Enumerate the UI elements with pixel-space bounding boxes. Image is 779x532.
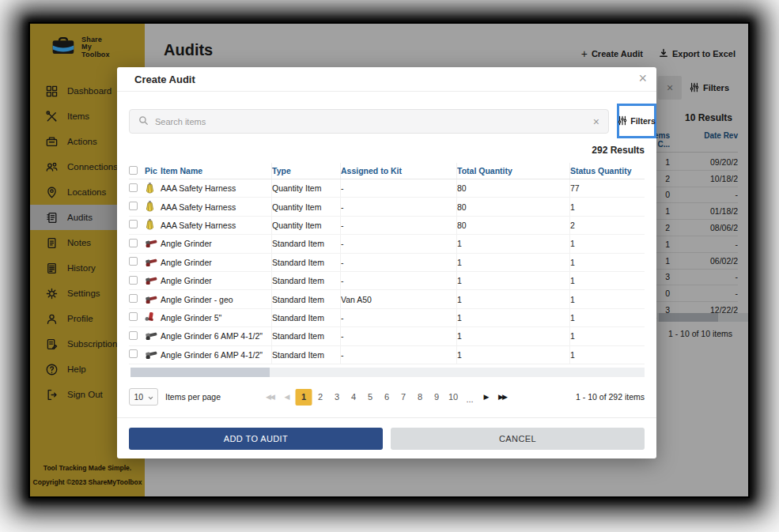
page-button-1[interactable]: 1: [296, 389, 312, 406]
row-checkbox[interactable]: [129, 312, 138, 321]
col-total-quantity[interactable]: Total Quantity: [456, 163, 569, 179]
pager: ◀◀◀12345678910...▶▶▶: [263, 389, 512, 406]
page-button-3[interactable]: 3: [329, 389, 346, 406]
sidebar-item-label: Connections: [67, 162, 118, 172]
table-row[interactable]: AAA Safety HarnessQuantity Item-802: [129, 217, 645, 235]
help-icon: [45, 363, 59, 376]
grinder-red-icon: [145, 294, 157, 305]
modal-header: Create Audit: [117, 67, 656, 92]
row-checkbox[interactable]: [129, 349, 138, 358]
table-row[interactable]: Angle Grinder - geoStandard ItemVan A501…: [129, 290, 645, 308]
table-row[interactable]: Angle Grinder 5"Standard Item-11: [129, 309, 645, 327]
table-row[interactable]: Angle Grinder 6 AMP 4-1/2"Standard Item-…: [129, 346, 645, 364]
page-button-8[interactable]: 8: [412, 389, 429, 406]
item-type-cell: Quantity Item: [271, 217, 340, 234]
row-pic-cell: [145, 238, 161, 249]
search-clear-icon[interactable]: ×: [593, 115, 599, 128]
grinder-dark-icon: [145, 349, 157, 360]
notes-icon: [45, 236, 59, 250]
page-button-4[interactable]: 4: [346, 389, 362, 406]
table-row[interactable]: AAA Safety HarnessQuantity Item-801: [129, 198, 645, 216]
row-checkbox[interactable]: [129, 183, 138, 192]
first-page-icon[interactable]: ◀◀: [263, 389, 279, 406]
row-pic-cell: [145, 275, 161, 286]
person-icon: [45, 312, 59, 326]
row-checkbox[interactable]: [129, 202, 138, 210]
row-pic-cell: [145, 330, 161, 341]
row-checkbox-cell: [129, 294, 145, 304]
page-button-7[interactable]: 7: [395, 389, 412, 406]
col-status-quantity[interactable]: Status Quantity: [569, 163, 645, 179]
row-checkbox[interactable]: [129, 257, 138, 266]
page-button-6[interactable]: 6: [379, 389, 395, 406]
safety-harness-icon: [145, 182, 155, 195]
search-input[interactable]: [155, 117, 593, 126]
subscription-icon: [45, 338, 59, 351]
col-assigned-to-kit[interactable]: Assigned to Kit: [340, 163, 456, 179]
col-item-name[interactable]: Item Name: [161, 166, 271, 175]
table-row[interactable]: AAA Safety HarnessQuantity Item-8077: [129, 179, 645, 198]
item-type-cell: Quantity Item: [271, 198, 340, 215]
gear-icon: [45, 287, 59, 300]
cancel-button[interactable]: CANCEL: [391, 428, 645, 450]
status-quantity-cell: 1: [569, 198, 645, 215]
page-button-2[interactable]: 2: [312, 389, 329, 406]
item-type-cell: Standard Item: [271, 309, 340, 326]
row-checkbox[interactable]: [129, 239, 138, 247]
sidebar-footer: Tool Tracking Made Simple. Copyright ©20…: [30, 464, 145, 486]
history-icon: [45, 262, 59, 275]
table-row[interactable]: Angle GrinderStandard Item-11: [129, 254, 645, 272]
table-row[interactable]: Angle GrinderStandard Item-11: [129, 235, 645, 253]
col-type[interactable]: Type: [271, 163, 340, 179]
item-name-cell: Angle Grinder: [161, 276, 271, 285]
item-type-cell: Standard Item: [271, 346, 340, 364]
table-row[interactable]: Angle Grinder 6 AMP 4-1/2"Standard Item-…: [129, 327, 645, 345]
total-quantity-cell: 1: [456, 254, 569, 271]
horizontal-scrollbar[interactable]: [130, 368, 645, 377]
table-row[interactable]: Angle GrinderStandard Item-11: [129, 272, 645, 290]
items-table-header: Pic Item Name Type Assigned to Kit Total…: [129, 163, 645, 179]
filters-highlight-box: Filters: [617, 104, 656, 138]
chevron-down-icon: [148, 392, 153, 402]
assigned-kit-cell: -: [340, 346, 456, 364]
audits-notebook-icon: [45, 211, 59, 224]
row-checkbox-cell: [129, 183, 145, 194]
page-button-10[interactable]: 10: [445, 389, 462, 406]
row-checkbox[interactable]: [129, 220, 138, 228]
row-checkbox[interactable]: [129, 331, 138, 340]
logo-text: Share My Toolbox: [81, 36, 110, 59]
item-name-cell: Angle Grinder 6 AMP 4-1/2": [161, 331, 271, 341]
total-quantity-cell: 80: [456, 179, 569, 197]
row-checkbox-cell: [129, 257, 145, 267]
row-pic-cell: [145, 182, 161, 195]
sidebar-item-label: Settings: [67, 289, 100, 298]
col-pic[interactable]: Pic: [145, 166, 161, 175]
select-all-checkbox[interactable]: [129, 166, 138, 175]
sidebar-item-label: Items: [67, 111, 89, 121]
page-button-9[interactable]: 9: [429, 389, 445, 406]
modal-title: Create Audit: [134, 74, 195, 85]
add-to-audit-button[interactable]: ADD TO AUDIT: [129, 428, 383, 450]
filters-button[interactable]: Filters: [618, 115, 656, 127]
filters-label: Filters: [630, 116, 656, 126]
row-checkbox[interactable]: [129, 276, 138, 285]
close-icon[interactable]: ×: [638, 70, 647, 87]
items-per-page-select[interactable]: 10: [129, 388, 158, 406]
item-name-cell: Angle Grinder: [161, 258, 271, 267]
row-checkbox-cell: [129, 239, 145, 249]
horizontal-scrollbar-thumb[interactable]: [130, 368, 270, 377]
next-page-icon[interactable]: ▶: [478, 389, 495, 406]
previous-page-icon[interactable]: ◀: [279, 389, 296, 406]
last-page-icon[interactable]: ▶▶: [495, 389, 512, 406]
page-button-5[interactable]: 5: [362, 389, 379, 406]
pager-ellipsis[interactable]: ...: [462, 391, 478, 408]
row-checkbox[interactable]: [129, 294, 138, 303]
item-name-cell: AAA Safety Harness: [161, 202, 271, 212]
items-per-page-label: Items per page: [165, 392, 221, 402]
status-quantity-cell: 1: [569, 272, 645, 289]
create-audit-modal: Create Audit × × Filters 292 Results Pic: [117, 67, 656, 458]
item-name-cell: Angle Grinder 5": [161, 313, 271, 323]
pagination-range-label: 1 - 10 of 292 items: [576, 392, 645, 402]
row-checkbox-cell: [129, 202, 145, 212]
filters-icon: [618, 115, 627, 127]
